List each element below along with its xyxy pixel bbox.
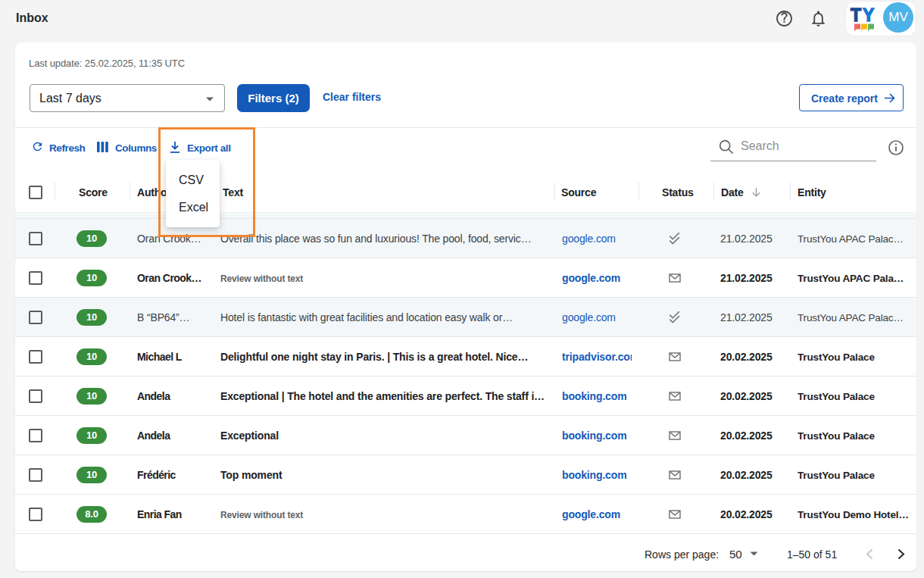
svg-text:T: T	[851, 6, 861, 25]
svg-text:Y: Y	[863, 6, 874, 25]
